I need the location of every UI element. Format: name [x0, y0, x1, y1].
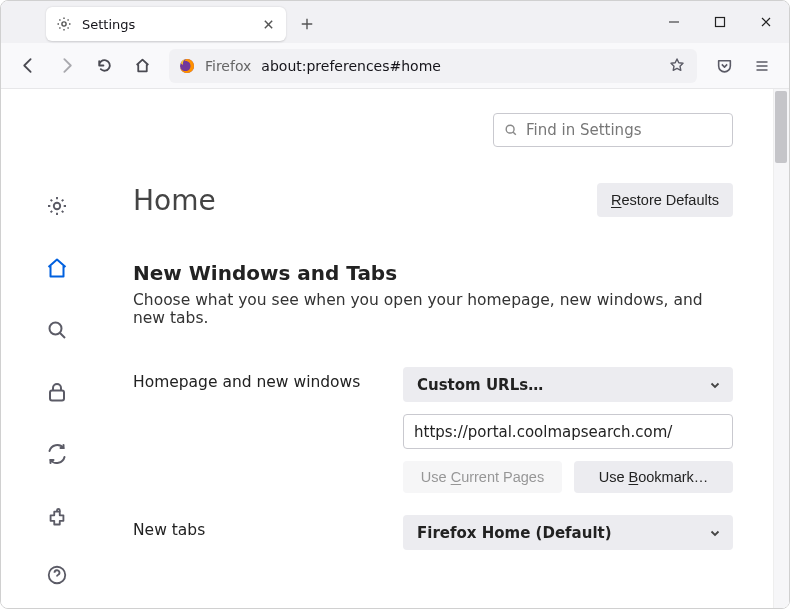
search-icon: [504, 123, 518, 137]
maximize-button[interactable]: [697, 1, 743, 43]
home-button[interactable]: [125, 49, 159, 83]
preferences-sidebar: [1, 89, 113, 608]
new-tab-button[interactable]: [292, 9, 322, 39]
back-button[interactable]: [11, 49, 45, 83]
restore-defaults-button[interactable]: Restore Defaults: [597, 183, 733, 217]
newtabs-mode-select[interactable]: Firefox Home (Default): [403, 515, 733, 550]
svg-point-3: [54, 203, 60, 209]
section-title: New Windows and Tabs: [133, 261, 733, 285]
firefox-icon: [179, 58, 195, 74]
url-text: about:preferences#home: [261, 58, 659, 74]
close-tab-button[interactable]: [260, 16, 276, 32]
close-window-button[interactable]: [743, 1, 789, 43]
use-current-pages-button[interactable]: Use Current Pages: [403, 461, 562, 493]
chevron-down-icon: [709, 527, 721, 539]
app-menu-button[interactable]: [745, 49, 779, 83]
chevron-down-icon: [709, 379, 721, 391]
address-bar[interactable]: Firefox about:preferences#home: [169, 49, 697, 83]
svg-rect-5: [50, 391, 64, 401]
browser-tab[interactable]: Settings: [46, 7, 286, 41]
sidebar-item-privacy[interactable]: [42, 377, 72, 407]
scrollbar-thumb[interactable]: [775, 91, 787, 163]
forward-button[interactable]: [49, 49, 83, 83]
sidebar-item-sync[interactable]: [42, 439, 72, 469]
gear-icon: [56, 16, 72, 32]
svg-point-4: [50, 323, 62, 335]
homepage-mode-select[interactable]: Custom URLs…: [403, 367, 733, 402]
section-description: Choose what you see when you open your h…: [133, 291, 733, 327]
sidebar-item-extensions[interactable]: [42, 504, 72, 534]
sidebar-item-search[interactable]: [42, 315, 72, 345]
newtabs-label: New tabs: [133, 515, 373, 539]
tab-title: Settings: [82, 17, 250, 32]
sidebar-item-general[interactable]: [42, 191, 72, 221]
use-bookmark-button[interactable]: Use Bookmark…: [574, 461, 733, 493]
homepage-label: Homepage and new windows: [133, 367, 373, 391]
url-identity-label: Firefox: [205, 58, 251, 74]
save-to-pocket-button[interactable]: [707, 49, 741, 83]
svg-rect-1: [716, 18, 725, 27]
bookmark-star-icon[interactable]: [669, 57, 687, 75]
sidebar-item-home[interactable]: [42, 253, 72, 283]
search-input[interactable]: Find in Settings: [493, 113, 733, 147]
sidebar-item-support[interactable]: [42, 560, 72, 590]
homepage-url-input[interactable]: https://portal.coolmapsearch.com/: [403, 414, 733, 449]
svg-point-0: [62, 22, 66, 26]
scrollbar[interactable]: [773, 89, 789, 608]
minimize-button[interactable]: [651, 1, 697, 43]
page-title: Home: [133, 184, 216, 217]
reload-button[interactable]: [87, 49, 121, 83]
search-placeholder: Find in Settings: [526, 121, 641, 139]
svg-point-7: [506, 125, 514, 133]
